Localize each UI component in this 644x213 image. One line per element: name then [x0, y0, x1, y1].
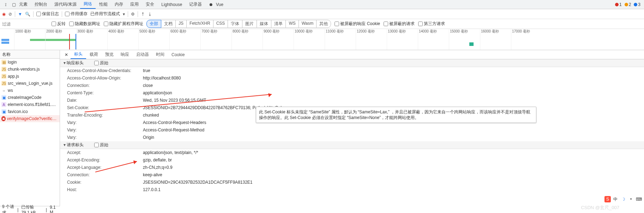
type-manifest[interactable]: 清单	[271, 20, 286, 28]
type-filter-group: 全部 文档 JS Fetch/XHR CSS 字体 图片 媒体 清单 WS Wa…	[147, 20, 331, 28]
info-count: 3	[638, 2, 640, 7]
tab-console[interactable]: 控制台	[31, 0, 51, 9]
inspect-icon[interactable]: ⟟	[1, 0, 8, 9]
issue-badges[interactable]: 1 2 3	[615, 2, 644, 7]
timeline-tick: 7000 毫秒	[200, 29, 217, 50]
header-value: application/json	[143, 90, 172, 96]
header-value: true	[143, 68, 150, 74]
request-row[interactable]: ▣createImageCode	[0, 94, 60, 101]
tab-lighthouse[interactable]: Lighthouse	[158, 0, 186, 9]
type-js[interactable]: JS	[175, 20, 187, 28]
raw-request-checkbox[interactable]: 原始	[94, 142, 108, 148]
request-row[interactable]: JSchunk-vendors.js	[0, 66, 60, 73]
request-list-header[interactable]: 名称	[0, 50, 60, 59]
type-all[interactable]: 全部	[146, 20, 161, 28]
network-timeline[interactable]: 1000 毫秒2000 毫秒3000 毫秒4000 毫秒5000 毫秒6000 …	[0, 29, 644, 50]
tab-memory[interactable]: 内存	[111, 0, 127, 9]
dtab-payload[interactable]: 载荷	[86, 50, 102, 59]
file-type-icon: JS	[1, 67, 6, 72]
request-detail: ✕ 标头 载荷 预览 响应 启动器 时间 Cookie ▾ 响应标头 原始 Ac…	[60, 50, 644, 206]
header-key: Accept:	[67, 150, 143, 156]
filter-icon[interactable]: ▼	[18, 12, 22, 17]
export-har-icon[interactable]: ⭳	[148, 12, 152, 17]
s-icon[interactable]: S	[604, 196, 611, 202]
record-button[interactable]: ◉	[2, 12, 6, 17]
type-img[interactable]: 图片	[242, 20, 257, 28]
tab-recorder[interactable]: 记录器	[186, 0, 205, 9]
request-row[interactable]: JSapp.js	[0, 73, 60, 80]
timeline-tick: 2000 毫秒	[45, 29, 62, 50]
throttling-dropdown-icon[interactable]: ▾	[123, 12, 125, 17]
moon-icon[interactable]: ☽	[620, 196, 626, 202]
kb-icon[interactable]: ⌨	[636, 196, 642, 202]
tab-elements[interactable]: 元素	[16, 0, 31, 9]
request-row[interactable]: ↔ws	[0, 87, 60, 94]
dtab-response[interactable]: 响应	[117, 50, 133, 59]
throttling-select[interactable]: 已停用节流模式	[90, 11, 120, 17]
tab-sources[interactable]: 源代码/来源	[51, 0, 80, 9]
network-conditions-icon[interactable]: ⚙	[131, 12, 135, 17]
type-font[interactable]: 字体	[228, 20, 242, 28]
dtab-initiator[interactable]: 启动器	[133, 50, 152, 59]
tab-performance[interactable]: 性能	[96, 0, 111, 9]
request-row[interactable]: ▤login	[0, 59, 60, 66]
close-detail-icon[interactable]: ✕	[62, 52, 71, 57]
clear-button[interactable]: ⊘	[8, 12, 12, 17]
device-icon[interactable]: ▢	[8, 0, 16, 9]
search-icon[interactable]: 🔍	[25, 12, 30, 17]
type-wasm[interactable]: Wasm	[299, 20, 317, 28]
header-row: Vary:Origin	[60, 134, 644, 141]
type-ws[interactable]: WS	[285, 20, 299, 28]
detail-tabs: ✕ 标头 载荷 预览 响应 启动器 时间 Cookie	[60, 50, 644, 59]
header-row: Accept-Encoding:gzip, deflate, br	[60, 156, 644, 164]
header-row: Host:127.0.0.1	[60, 186, 644, 194]
invert-checkbox[interactable]: 反转	[52, 21, 66, 27]
blocked-requests-checkbox[interactable]: 被屏蔽的请求	[384, 21, 415, 27]
raw-response-checkbox[interactable]: 原始	[94, 60, 108, 66]
timeline-tick: 16000 毫秒	[480, 29, 499, 50]
dtab-timing[interactable]: 时间	[152, 50, 168, 59]
third-party-checkbox[interactable]: 第三方请求	[418, 21, 445, 27]
dtab-cookie[interactable]: Cookie	[168, 50, 188, 59]
disable-cache-checkbox[interactable]: 停用缓存	[65, 11, 88, 17]
dot-icon[interactable]: •	[628, 196, 634, 202]
blocked-cookies-checkbox[interactable]: 被屏蔽的响应 Cookie	[335, 21, 380, 27]
network-toolbar: ◉ ⊘ ▼ 🔍 保留日志 停用缓存 已停用节流模式 ▾ ⚙ ⭱ ⭳	[0, 9, 644, 19]
dtab-headers[interactable]: 标头	[71, 50, 86, 59]
timeline-tick: 12000 毫秒	[356, 29, 375, 50]
cn-icon[interactable]: 中	[612, 196, 619, 202]
timeline-tick: 3000 毫秒	[76, 29, 93, 50]
request-row[interactable]: JSsrc_views_Login_vue.js	[0, 80, 60, 87]
request-name: ws	[8, 88, 13, 93]
recorder-icon[interactable]: ⏺	[205, 0, 212, 9]
header-key: Connection:	[67, 172, 143, 178]
file-type-icon: ✖	[1, 116, 6, 121]
hide-data-urls-checkbox[interactable]: 隐藏数据网址	[69, 21, 100, 27]
warning-dot-icon	[625, 3, 628, 6]
request-headers-section[interactable]: ▾ 请求标头 原始	[60, 141, 644, 149]
tab-network[interactable]: 网络	[80, 0, 96, 9]
response-headers-section[interactable]: ▾ 响应标头 原始	[60, 59, 644, 67]
type-fetch[interactable]: Fetch/XHR	[186, 20, 213, 28]
dtab-preview[interactable]: 预览	[102, 50, 117, 59]
floating-toolbar[interactable]: S 中 ☽ • ⌨	[604, 196, 642, 202]
tab-security[interactable]: 安全	[142, 0, 158, 9]
hide-ext-urls-checkbox[interactable]: 隐藏扩展程序网址	[104, 21, 143, 27]
type-css[interactable]: CSS	[213, 20, 228, 28]
header-value: 127.0.0.1	[143, 187, 161, 193]
status-bar: 9 个请求 | 已传输 79.1 kB | 9.1 M	[0, 206, 60, 213]
request-row[interactable]: ✖verifyImageCode?verificationC…	[0, 115, 60, 122]
tab-vue[interactable]: Vue	[212, 0, 227, 9]
request-row[interactable]: Aelement-icons.ff18efd1.woff	[0, 101, 60, 108]
preserve-log-checkbox[interactable]: 保留日志	[36, 11, 59, 17]
header-row: Access-Control-Allow-Origin:http://local…	[60, 75, 644, 82]
type-doc[interactable]: 文档	[161, 20, 176, 28]
tab-application[interactable]: 应用	[127, 0, 142, 9]
filter-input[interactable]	[2, 22, 48, 26]
type-other[interactable]: 其他	[316, 20, 331, 28]
header-key: Access-Control-Allow-Credentials:	[67, 68, 143, 74]
type-media[interactable]: 媒体	[257, 20, 271, 28]
info-dot-icon	[634, 3, 637, 6]
import-har-icon[interactable]: ⭱	[141, 12, 145, 17]
request-row[interactable]: ▣favicon.ico	[0, 108, 60, 115]
